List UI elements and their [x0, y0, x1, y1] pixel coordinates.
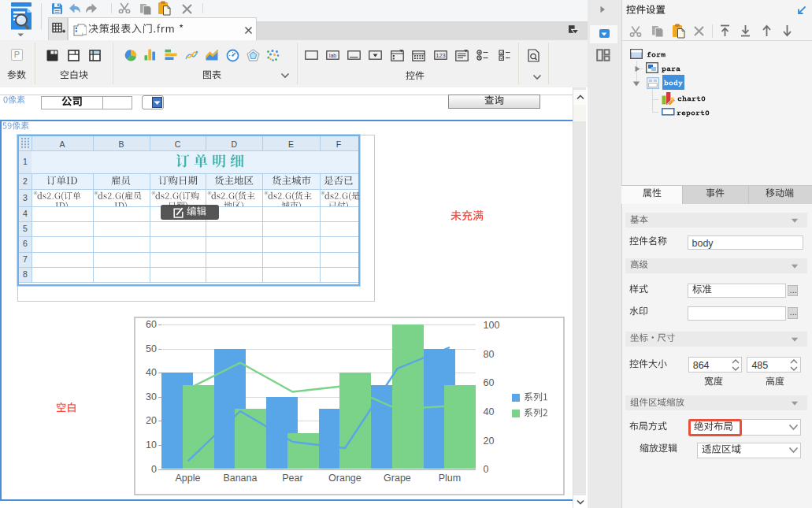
svg-text:123: 123: [436, 52, 446, 59]
svg-text:lab: lab: [328, 53, 336, 58]
